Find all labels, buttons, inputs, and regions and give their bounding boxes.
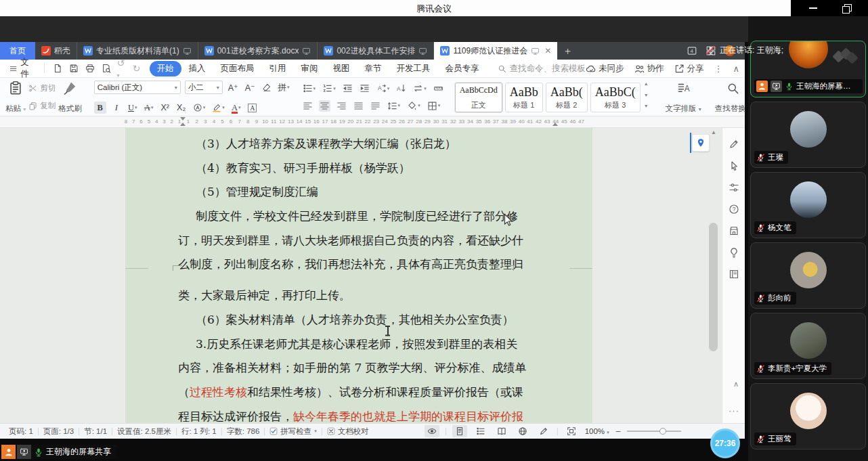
- style-chip-0[interactable]: AaBbCcDd正文: [455, 83, 502, 112]
- grow-font-button[interactable]: A⁺: [227, 81, 240, 93]
- print-icon[interactable]: [85, 63, 95, 74]
- bold-button[interactable]: B: [94, 102, 106, 114]
- clear-format-button[interactable]: [261, 81, 273, 93]
- meeting-timer[interactable]: 27:36: [710, 429, 740, 458]
- highlight-button[interactable]: ▾: [211, 102, 226, 114]
- window-split-icon[interactable]: 4: [687, 45, 697, 56]
- align-distribute-button[interactable]: [370, 100, 381, 112]
- ribbon-tab-插入[interactable]: 插入: [181, 61, 213, 76]
- reference-book-icon[interactable]: [729, 269, 739, 280]
- ribbon-tab-章节[interactable]: 章节: [357, 61, 389, 76]
- wrap-button[interactable]: ▾: [412, 83, 427, 94]
- ribbon-tab-会员专享[interactable]: 会员专享: [438, 61, 487, 76]
- text-direction-button[interactable]: A▾: [376, 83, 391, 94]
- ribbon-tab-页面布局[interactable]: 页面布局: [213, 61, 262, 76]
- outline-view-button[interactable]: [473, 425, 488, 437]
- read-view-button[interactable]: [494, 425, 509, 437]
- new-document-icon[interactable]: [53, 63, 62, 74]
- zoom-slider[interactable]: [627, 427, 681, 435]
- paste-button[interactable]: 粘贴 ▾: [3, 80, 28, 114]
- ribbon-tab-开始[interactable]: 开始: [150, 61, 181, 76]
- horizontal-ruler[interactable]: 8765432112345678910111213141516171819202…: [0, 116, 745, 128]
- bullet-list-button[interactable]: ▾: [302, 83, 317, 94]
- store-icon[interactable]: [729, 225, 739, 236]
- document-page[interactable]: （3）人才培养方案及课程教学大纲汇编（张启龙）（4）教育实习、研习手册样板（杨学…: [125, 128, 592, 423]
- minimize-button[interactable]: [803, 0, 823, 16]
- ink-view-button[interactable]: [536, 425, 551, 437]
- collapse-ribbon-button[interactable]: ∧: [733, 64, 740, 74]
- idea-bulb-icon[interactable]: [729, 247, 739, 258]
- style-chip-2[interactable]: AaBb(标题 2: [546, 83, 588, 112]
- restore-button[interactable]: [836, 0, 856, 16]
- align-center-button[interactable]: [319, 100, 330, 112]
- italic-button[interactable]: I: [110, 102, 123, 114]
- underline-button[interactable]: U▾: [127, 102, 139, 114]
- fit-page-button[interactable]: [564, 425, 579, 437]
- ribbon-tab-开发工具[interactable]: 开发工具: [389, 61, 438, 76]
- save-icon[interactable]: [69, 63, 79, 74]
- pinyin-guide-button[interactable]: 拼▾: [277, 81, 291, 93]
- document-tab-0[interactable]: 专业纸质版材料清单(1): [77, 42, 198, 60]
- align-justify-button[interactable]: [353, 100, 364, 112]
- settings-sliders-icon[interactable]: [729, 182, 739, 193]
- web-view-button[interactable]: [515, 425, 530, 437]
- style-chip-3[interactable]: AaBbC(标题 3: [590, 83, 641, 112]
- zoom-level[interactable]: 100% ▾: [585, 427, 609, 435]
- position-pin-button[interactable]: [692, 134, 710, 152]
- spell-check-toggle[interactable]: 拼写检查▾: [265, 426, 322, 437]
- file-menu[interactable]: 文件: [5, 57, 39, 80]
- print-preview-icon[interactable]: [102, 63, 111, 74]
- ribbon-tab-视图[interactable]: 视图: [326, 61, 357, 76]
- edit-pen-icon[interactable]: [729, 139, 739, 150]
- close-tab-icon[interactable]: ✕: [544, 46, 551, 56]
- shading-button[interactable]: ▾: [406, 100, 421, 112]
- collapse-strip-button[interactable]: ∧: [733, 380, 739, 389]
- vertical-scrollbar[interactable]: [709, 223, 718, 351]
- font-name-select[interactable]: Calibri (正文)▾: [94, 81, 181, 94]
- line-spacing-button[interactable]: ▾: [387, 100, 402, 112]
- align-left-button[interactable]: [302, 100, 313, 112]
- select-cursor-icon[interactable]: [729, 160, 739, 171]
- style-chip-1[interactable]: AaBb标题 1: [505, 83, 543, 112]
- share-button[interactable]: 分享: [674, 63, 704, 74]
- zoom-out-button[interactable]: −: [615, 426, 621, 437]
- redo-button[interactable]: ↻: [133, 63, 141, 74]
- numbered-list-button[interactable]: ▾: [322, 83, 337, 94]
- text-layout-button[interactable]: A 文字排版 ▾: [659, 80, 708, 114]
- font-color-button[interactable]: A▾: [230, 102, 242, 114]
- align-right-button[interactable]: [336, 100, 347, 112]
- strip-more-button[interactable]: ···: [729, 405, 739, 416]
- more-menu-button[interactable]: ⋮: [714, 64, 723, 74]
- format-painter-button[interactable]: 格式刷: [56, 80, 85, 114]
- page-view-button[interactable]: [452, 425, 467, 437]
- ribbon-tab-审阅[interactable]: 审阅: [294, 61, 326, 76]
- document-tab-1[interactable]: 001进校考察方案.docx: [198, 42, 318, 60]
- doc-proof-toggle[interactable]: 文档校对: [322, 426, 374, 437]
- copy-button[interactable]: 复制: [28, 101, 56, 111]
- new-tab-button[interactable]: ＋: [557, 42, 578, 60]
- scroll-up-arrow[interactable]: ▲: [711, 129, 716, 135]
- superscript-button[interactable]: X²: [159, 102, 171, 114]
- participant-tile-1[interactable]: 王璨: [750, 102, 866, 168]
- collaborate-button[interactable]: 协作: [634, 63, 664, 74]
- ribbon-tab-引用[interactable]: 引用: [262, 61, 294, 76]
- undo-button[interactable]: ↺ ▾: [116, 58, 128, 79]
- shrink-font-button[interactable]: A⁻: [244, 81, 257, 93]
- participant-tile-5[interactable]: 王丽莺: [750, 383, 866, 449]
- text-effects-button[interactable]: ▾: [192, 102, 207, 114]
- style-gallery-scroll[interactable]: ▲▼▼: [642, 80, 651, 110]
- document-tab-3[interactable]: 1109师范认证推进会✕: [434, 42, 557, 60]
- participant-tile-3[interactable]: 彭向前: [750, 242, 866, 309]
- tab-docer[interactable]: 稻壳: [35, 42, 77, 60]
- participant-tile-4[interactable]: 李新贵+宁夏大学: [750, 313, 866, 379]
- document-tab-2[interactable]: 002进校具体工作安排: [318, 42, 434, 60]
- command-search[interactable]: 查找命令、搜索模板: [498, 63, 586, 74]
- font-size-select[interactable]: 小二▾: [185, 81, 223, 94]
- cut-button[interactable]: 剪切: [28, 83, 56, 93]
- help-icon[interactable]: ?: [729, 204, 739, 215]
- sort-button[interactable]: A: [395, 83, 407, 94]
- increase-indent-button[interactable]: [359, 83, 370, 94]
- decrease-indent-button[interactable]: [342, 83, 353, 94]
- borders-button[interactable]: ▾: [427, 100, 441, 112]
- participant-tile-2[interactable]: 杨文笔: [750, 172, 866, 238]
